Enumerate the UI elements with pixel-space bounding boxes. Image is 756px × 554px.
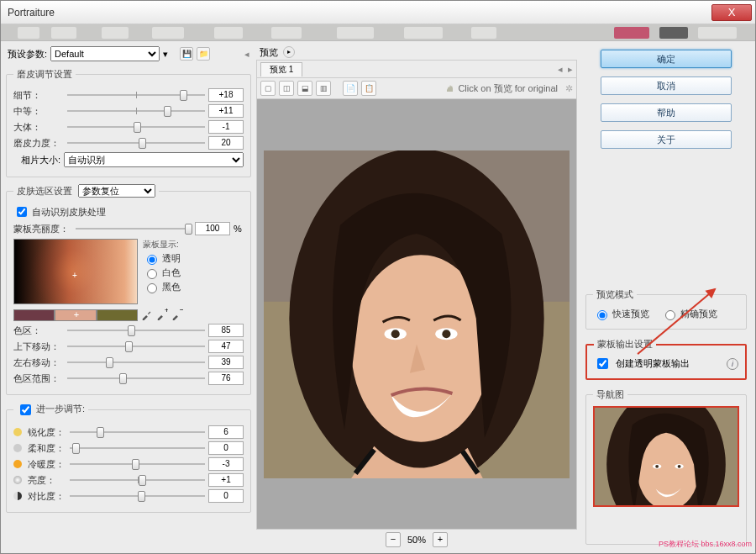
- view-split-v-icon[interactable]: ◫: [279, 81, 294, 96]
- medium-label: 中等：: [13, 105, 64, 118]
- save-preset-icon[interactable]: 💾: [180, 47, 193, 61]
- mask-white-radio[interactable]: 白色: [143, 266, 181, 279]
- collapse-icon[interactable]: ◂: [244, 49, 249, 60]
- hue-slider[interactable]: [67, 324, 205, 336]
- navigator-image[interactable]: [593, 406, 739, 507]
- auto-skin-checkbox[interactable]: 自动识别皮肤处理: [13, 204, 244, 219]
- ok-button[interactable]: 确定: [601, 50, 732, 68]
- ud-slider[interactable]: [67, 340, 205, 352]
- copy-doc-icon[interactable]: 📋: [361, 81, 376, 96]
- enhance-enable-checkbox[interactable]: [20, 404, 31, 415]
- smoothing-title: 磨皮调节设置: [13, 68, 76, 81]
- svg-point-9: [442, 330, 450, 338]
- preview-tab-1[interactable]: 预览 1: [260, 62, 302, 77]
- bright-dot-icon: [13, 476, 22, 484]
- fast-preview-radio[interactable]: 快速预览: [593, 308, 649, 320]
- preset-select[interactable]: Default: [50, 46, 160, 61]
- new-doc-icon[interactable]: 📄: [343, 81, 358, 96]
- cancel-button[interactable]: 取消: [601, 77, 732, 95]
- medium-value[interactable]: +11: [208, 104, 244, 118]
- about-button[interactable]: 关于: [601, 130, 732, 149]
- bright-value[interactable]: +1: [208, 473, 244, 487]
- large-slider[interactable]: [67, 121, 205, 133]
- prev-tab-icon[interactable]: ◂: [558, 64, 563, 75]
- svg-text:−: −: [180, 309, 183, 314]
- preview-image: [264, 150, 570, 478]
- menubar-blurred: [1, 24, 755, 41]
- info-icon[interactable]: i: [727, 358, 738, 370]
- photosize-label: 相片大小:: [13, 154, 60, 166]
- warm-dot-icon: [13, 460, 22, 468]
- detail-label: 细节：: [13, 89, 64, 102]
- contrast-value[interactable]: 0: [208, 489, 244, 503]
- medium-slider[interactable]: [67, 105, 205, 117]
- large-value[interactable]: -1: [208, 120, 244, 134]
- eyedropper-plus-icon[interactable]: +: [156, 309, 168, 320]
- mask-output-panel: 蒙板输出设置 创建透明蒙板输出 i: [585, 338, 747, 380]
- titlebar: Portraiture X: [1, 1, 755, 24]
- eyedropper-minus-icon[interactable]: −: [171, 309, 183, 320]
- svg-text:+: +: [165, 309, 168, 314]
- close-button[interactable]: X: [711, 4, 752, 21]
- warm-slider[interactable]: [70, 458, 205, 470]
- range-value[interactable]: 76: [208, 372, 244, 385]
- contrast-dot-icon: [13, 492, 22, 500]
- play-icon[interactable]: ▸: [283, 46, 295, 58]
- photosize-select[interactable]: 自动识别: [64, 152, 244, 167]
- next-tab-icon[interactable]: ▸: [568, 64, 573, 75]
- sharp-label: 锐化度：: [28, 426, 66, 439]
- svg-point-16: [678, 465, 681, 468]
- mask-transparent-radio[interactable]: 透明: [143, 252, 181, 265]
- warm-value[interactable]: -3: [208, 457, 244, 471]
- strength-slider[interactable]: [67, 137, 205, 149]
- zoom-out-button[interactable]: −: [386, 532, 401, 547]
- skin-panel: 皮肤选区设置 参数复位 自动识别皮肤处理 蒙板亮丽度： 100 % + 蒙板显示: [6, 184, 251, 395]
- color-gradient[interactable]: +: [13, 239, 138, 304]
- sharp-slider[interactable]: [70, 426, 205, 438]
- navigator-panel: 导航图: [585, 388, 747, 545]
- preset-label: 预设参数:: [8, 48, 47, 61]
- preview-mode-panel: 预览模式 快速预览 精确预览: [585, 288, 747, 330]
- view-single-icon[interactable]: ▢: [260, 81, 276, 96]
- hue-value[interactable]: 85: [208, 324, 244, 337]
- strength-value[interactable]: 20: [208, 136, 244, 150]
- mask-display-label: 蒙板显示:: [143, 239, 181, 251]
- contrast-slider[interactable]: [70, 490, 205, 502]
- smoothing-panel: 磨皮调节设置 细节： +18 中等： +11 大体： -1 磨皮力度: [6, 68, 251, 177]
- range-slider[interactable]: [67, 372, 205, 384]
- mask-black-radio[interactable]: 黑色: [143, 281, 181, 293]
- navigator-title: 导航图: [593, 388, 627, 401]
- eyedropper-icon[interactable]: [141, 309, 153, 320]
- enhance-title: 进一步调节:: [36, 404, 85, 414]
- range-label: 色区范围：: [13, 372, 64, 385]
- watermark: PS教程论坛 bbs.16xx8.com: [659, 539, 752, 550]
- soft-value[interactable]: 0: [208, 441, 244, 455]
- ud-value[interactable]: 47: [208, 340, 244, 353]
- soft-slider[interactable]: [70, 442, 205, 454]
- color-swatches[interactable]: +: [13, 309, 138, 321]
- preview-header: 预览: [260, 46, 278, 59]
- sharp-value[interactable]: 6: [208, 425, 244, 439]
- zoom-in-button[interactable]: +: [433, 532, 448, 547]
- create-mask-checkbox[interactable]: [597, 358, 608, 369]
- preview-hint: Click on 预览 for original: [458, 82, 558, 95]
- bright-slider[interactable]: [70, 474, 205, 486]
- preview-canvas[interactable]: [256, 99, 577, 530]
- lr-value[interactable]: 39: [208, 356, 244, 369]
- detail-slider[interactable]: [67, 89, 205, 101]
- enhance-panel: 进一步调节: 锐化度：6 柔和度：0 冷暖度：-3 亮度：+1 对比度：0: [6, 402, 251, 513]
- view-split-h-icon[interactable]: ⬓: [297, 81, 312, 96]
- auto-skin-input[interactable]: [17, 207, 27, 217]
- lr-slider[interactable]: [67, 356, 205, 368]
- window-title: Portraiture: [4, 7, 711, 18]
- mask-opacity-value[interactable]: 100: [195, 222, 230, 235]
- folder-preset-icon[interactable]: 📁: [197, 47, 210, 61]
- view-grid-icon[interactable]: ▥: [316, 81, 331, 96]
- help-button[interactable]: 帮助: [601, 103, 732, 122]
- mask-opacity-slider[interactable]: [76, 223, 192, 235]
- detail-value[interactable]: +18: [208, 88, 244, 102]
- preset-row: 预设参数: Default ▾ 💾 📁 ◂: [4, 45, 253, 63]
- skin-reset-select[interactable]: 参数复位: [78, 184, 155, 198]
- contrast-label: 对比度：: [28, 490, 66, 503]
- preset-dropdown-icon[interactable]: ▾: [163, 49, 170, 60]
